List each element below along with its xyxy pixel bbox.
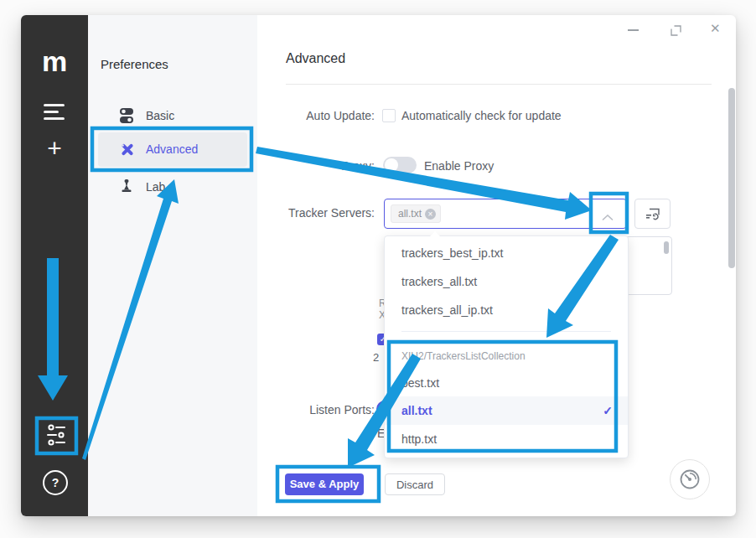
main-scrollbar[interactable] xyxy=(728,88,735,268)
title-divider xyxy=(286,84,712,85)
add-task-icon[interactable]: + xyxy=(21,136,88,161)
sidebar-item-advanced[interactable]: Advanced xyxy=(98,132,247,167)
wrench-icon xyxy=(120,142,135,161)
sidebar-item-label: Lab xyxy=(146,171,165,203)
lab-stamp-icon xyxy=(120,179,133,198)
check-icon: ✓ xyxy=(603,396,613,425)
tracker-tag-label: all.txt xyxy=(398,205,422,222)
tag-close-icon[interactable]: × xyxy=(425,209,436,220)
sidebar-item-lab[interactable]: Lab xyxy=(98,171,247,203)
dropdown-divider xyxy=(401,331,611,332)
speed-gauge-button[interactable] xyxy=(670,459,710,499)
preferences-sliders-icon[interactable] xyxy=(45,423,67,450)
tracker-servers-label: Tracker Servers: xyxy=(257,206,375,220)
restore-icon[interactable] xyxy=(671,24,681,39)
dropdown-item[interactable]: best.txt xyxy=(385,369,628,397)
preferences-panel xyxy=(88,15,257,516)
motrix-logo-icon: m xyxy=(21,47,88,75)
dropdown-item[interactable]: trackers_all.txt xyxy=(385,267,628,296)
tracker-dropdown: trackers_best_ip.txt trackers_all.txt tr… xyxy=(384,235,629,458)
auto-update-label: Auto Update: xyxy=(257,109,375,122)
switches-icon xyxy=(120,108,134,127)
proxy-toggle[interactable] xyxy=(383,157,417,173)
save-apply-button[interactable]: Save & Apply xyxy=(285,473,364,495)
dropdown-item-label: all.txt xyxy=(401,404,432,417)
dropdown-item[interactable]: trackers_best_ip.txt xyxy=(385,239,628,267)
sync-trackers-button[interactable] xyxy=(634,199,671,229)
listen-ports-label: Listen Ports: xyxy=(257,403,375,416)
dropdown-item[interactable]: http.txt xyxy=(385,425,628,453)
sidebar-item-basic[interactable]: Basic xyxy=(98,100,247,132)
proxy-label: Proxy: xyxy=(257,159,375,173)
page-title: Advanced xyxy=(286,51,345,66)
help-icon[interactable]: ? xyxy=(43,470,68,495)
dropdown-notch xyxy=(430,231,440,236)
minimize-icon[interactable] xyxy=(628,29,639,31)
discard-button[interactable]: Discard xyxy=(385,473,445,495)
sidebar-item-label: Basic xyxy=(146,100,174,132)
close-icon[interactable]: ✕ xyxy=(710,22,721,34)
dropdown-item-selected[interactable]: all.txt ✓ xyxy=(385,396,628,425)
chevron-up-icon[interactable] xyxy=(602,210,614,225)
auto-update-checkbox[interactable] xyxy=(382,109,396,122)
tracker-tag: all.txt × xyxy=(391,204,441,223)
text-fragment: 2 xyxy=(373,351,379,364)
preferences-title: Preferences xyxy=(101,57,168,71)
dropdown-item[interactable]: trackers_all_ip.txt xyxy=(385,296,628,324)
sidebar-item-label: Advanced xyxy=(146,132,198,164)
textarea-scrollbar[interactable] xyxy=(664,241,669,254)
screenshot-root: m + ? Preferences Basic Adv xyxy=(0,0,756,538)
auto-update-checkbox-label: Automatically check for update xyxy=(401,109,562,122)
proxy-toggle-label: Enable Proxy xyxy=(424,159,494,173)
dropdown-group-label: XIU2/TrackersListCollection xyxy=(401,350,526,362)
